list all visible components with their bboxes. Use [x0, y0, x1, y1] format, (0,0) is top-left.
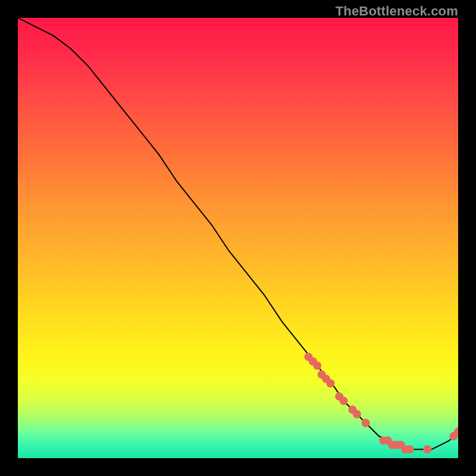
marker-point: [353, 410, 361, 418]
chart-overlay: [18, 18, 458, 458]
chart-stage: TheBottleneck.com: [0, 0, 476, 476]
marker-point: [406, 445, 414, 453]
watermark-text: TheBottleneck.com: [336, 4, 458, 19]
highlighted-points-group: [304, 353, 458, 453]
marker-point: [326, 379, 334, 387]
marker-point: [423, 445, 431, 453]
bottleneck-curve-line: [18, 18, 458, 449]
marker-point: [362, 419, 370, 427]
marker-point: [340, 397, 348, 405]
plot-area: [18, 18, 458, 458]
marker-point: [313, 362, 321, 370]
